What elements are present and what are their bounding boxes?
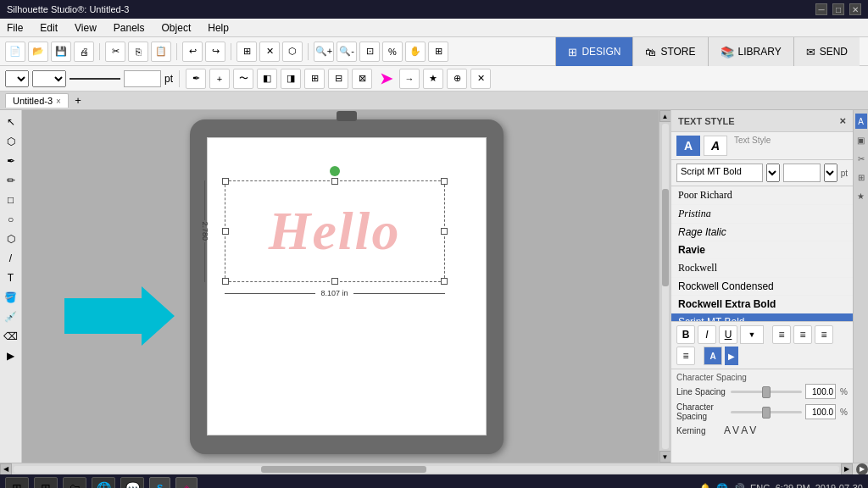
- volume-icon[interactable]: 🔊: [733, 483, 745, 489]
- star-tool[interactable]: ★: [423, 69, 443, 89]
- fill-tool[interactable]: 🪣: [3, 289, 19, 306]
- line-spacing-slider[interactable]: [731, 385, 802, 398]
- smooth-tool[interactable]: 〜: [233, 69, 253, 89]
- font-item-ravie[interactable]: Ravie: [671, 241, 853, 259]
- menu-object[interactable]: Object: [159, 20, 195, 36]
- tab-send[interactable]: ✉ SEND: [793, 37, 860, 66]
- font-item-poor-richard[interactable]: Poor Richard: [671, 186, 853, 205]
- document-tab[interactable]: Untitled-3 ×: [5, 93, 69, 108]
- bezier-tool[interactable]: ✒: [3, 152, 19, 169]
- rotation-handle[interactable]: [330, 166, 340, 176]
- browser-button[interactable]: 🌐: [92, 477, 115, 488]
- scroll-thumb-h[interactable]: [261, 466, 426, 473]
- grid-button[interactable]: ⊞: [428, 42, 448, 62]
- polygon-tool[interactable]: ⬡: [3, 230, 19, 247]
- extra-panel-icon[interactable]: ★: [855, 188, 867, 203]
- font-item-rockwell-extrabold[interactable]: Rockwell Extra Bold: [671, 296, 853, 313]
- tab-library[interactable]: 📚 LIBRARY: [708, 37, 793, 66]
- pan-button[interactable]: ✋: [405, 42, 426, 62]
- char-spacing-slider[interactable]: [731, 405, 802, 419]
- task-view-button[interactable]: ⊞: [34, 477, 58, 488]
- notification-icon[interactable]: 🔔: [699, 483, 711, 489]
- save-button[interactable]: 💾: [51, 42, 71, 62]
- bold-button[interactable]: B: [676, 325, 695, 344]
- char-spacing-value[interactable]: 100.0: [805, 404, 836, 419]
- file-explorer-button[interactable]: 🗂: [63, 477, 86, 488]
- handle-top-center[interactable]: [331, 178, 338, 185]
- arrow-right-tool[interactable]: →: [399, 69, 420, 89]
- group2-tool[interactable]: ⊟: [328, 69, 348, 89]
- menu-file[interactable]: File: [3, 20, 26, 36]
- redo-button[interactable]: ↪: [205, 42, 225, 62]
- eyedropper-tool[interactable]: 💉: [3, 308, 19, 325]
- font-list[interactable]: Poor Richard Pristina Rage Italic Ravie …: [671, 186, 853, 322]
- group3-tool[interactable]: ⊠: [352, 69, 372, 89]
- select-button[interactable]: ⊞: [236, 42, 257, 62]
- delete-button[interactable]: ✕: [259, 42, 280, 62]
- text-selection[interactable]: Hello 2.780 8.107 in: [225, 180, 445, 282]
- tab-store[interactable]: 🛍 STORE: [632, 37, 707, 66]
- messages-button[interactable]: 💬: [120, 477, 144, 488]
- media-tool[interactable]: ▶: [3, 347, 19, 364]
- char-spacing-thumb[interactable]: [762, 407, 771, 419]
- font-item-rockwell-condensed[interactable]: Rockwell Condensed: [671, 278, 853, 296]
- underline-button[interactable]: U: [719, 325, 737, 344]
- text-tool[interactable]: T: [3, 269, 19, 286]
- font-unit-dropdown[interactable]: [824, 164, 837, 182]
- handle-mid-right[interactable]: [441, 228, 448, 235]
- ellipse-tool[interactable]: ○: [3, 211, 19, 228]
- doc-tab-close[interactable]: ×: [56, 97, 61, 106]
- open-button[interactable]: 📂: [28, 42, 48, 62]
- rectangle-tool[interactable]: □: [3, 191, 19, 208]
- line-type-select[interactable]: [32, 70, 66, 87]
- align-left-button[interactable]: ≡: [772, 325, 791, 344]
- font-item-pristina[interactable]: Pristina: [671, 205, 853, 224]
- add-tab-button[interactable]: +: [70, 93, 86, 108]
- font-item-rockwell[interactable]: Rockwell: [671, 259, 853, 278]
- handle-bot-left[interactable]: [222, 278, 229, 285]
- new-button[interactable]: 📄: [5, 42, 25, 62]
- network-icon[interactable]: 🌐: [716, 483, 728, 489]
- select-tool[interactable]: ↖: [3, 114, 19, 130]
- handle-bot-right[interactable]: [441, 278, 448, 285]
- cut-panel-icon[interactable]: ✂: [855, 151, 867, 166]
- scroll-down-button[interactable]: ▼: [659, 451, 671, 463]
- paste-button[interactable]: 📋: [151, 42, 171, 62]
- text-style-panel-icon[interactable]: A: [855, 114, 867, 129]
- play-button[interactable]: ▶: [856, 463, 868, 475]
- pencil-tool[interactable]: ✏: [3, 172, 19, 189]
- cut-button[interactable]: ✂: [105, 42, 125, 62]
- hello-text[interactable]: Hello: [229, 189, 441, 274]
- font-tab-italic[interactable]: A: [704, 136, 727, 156]
- font-item-rage-italic[interactable]: Rage Italic: [671, 224, 853, 241]
- nodes-button[interactable]: ⬡: [282, 42, 303, 62]
- zoom-100-button[interactable]: %: [382, 42, 403, 62]
- panel-close-icon[interactable]: ×: [839, 114, 846, 127]
- copy-button[interactable]: ⎘: [128, 42, 148, 62]
- maximize-button[interactable]: □: [832, 3, 844, 15]
- more-options-button[interactable]: ▶: [725, 347, 738, 365]
- node-tool[interactable]: ⬡: [3, 133, 19, 150]
- handle-mid-left[interactable]: [222, 228, 229, 235]
- move-left-tool[interactable]: ◧: [257, 69, 277, 89]
- delete-tool[interactable]: ✕: [470, 69, 491, 89]
- font-item-script-mt-bold[interactable]: Script MT Bold: [671, 313, 853, 322]
- skype-app[interactable]: S: [149, 477, 170, 488]
- scroll-left-button[interactable]: ◀: [0, 463, 12, 475]
- font-dropdown[interactable]: [766, 164, 780, 182]
- text-color-button[interactable]: A: [704, 347, 722, 365]
- print-button[interactable]: 🖨: [74, 42, 94, 62]
- menu-panels[interactable]: Panels: [110, 20, 148, 36]
- zoom-fit-button[interactable]: ⊡: [359, 42, 380, 62]
- link-tool[interactable]: ⊕: [447, 69, 467, 89]
- text-style-dropdown[interactable]: ▼: [740, 325, 764, 344]
- menu-help[interactable]: Help: [204, 20, 232, 36]
- scroll-thumb[interactable]: [662, 189, 669, 286]
- group1-tool[interactable]: ⊞: [304, 69, 325, 89]
- stroke-width-input[interactable]: 0.00: [124, 70, 161, 87]
- start-button[interactable]: ⊞: [5, 477, 29, 488]
- font-name-display[interactable]: Script MT Bold: [676, 164, 763, 182]
- handle-top-right[interactable]: [441, 178, 448, 185]
- font-size-input[interactable]: 72.00: [783, 164, 821, 182]
- align-center-button[interactable]: ≡: [793, 325, 812, 344]
